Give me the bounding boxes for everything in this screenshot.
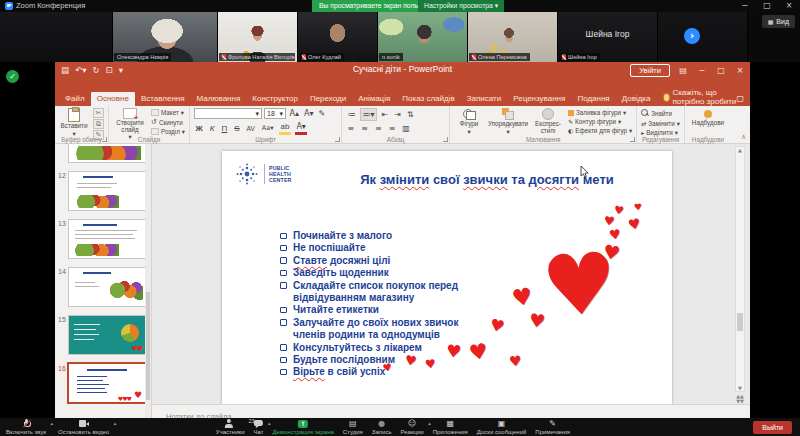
tab-transitions[interactable]: Переходи [304, 92, 352, 106]
notes-button[interactable]: ✎ Примечания [535, 419, 570, 435]
participant-tile[interactable]: n.sonik [378, 12, 468, 62]
tab-animations[interactable]: Анімація [352, 92, 396, 106]
tab-help[interactable]: Довідка [616, 92, 657, 106]
share-icon[interactable]: ▢ [736, 94, 744, 103]
slide-thumbnail-11[interactable] [68, 144, 146, 163]
change-case-icon[interactable]: Aa▾ [260, 123, 275, 134]
unmute-button[interactable]: Включить звук ▴ [6, 419, 46, 435]
participant-tile[interactable]: Олександра Нємрія [113, 12, 218, 62]
grow-font-icon[interactable]: A▴ [288, 108, 301, 119]
apps-button[interactable]: ▦ Приложения [433, 419, 468, 435]
participants-button[interactable]: 23 Участники ▴ [216, 419, 245, 435]
tab-file[interactable]: Файл [59, 92, 91, 106]
replace-button[interactable]: ⇄Замінити▾ [641, 120, 680, 127]
ribbon-display-options-icon[interactable]: ▤ [677, 66, 689, 75]
strikethrough-button[interactable]: S [233, 123, 241, 134]
tab-insert[interactable]: Вставлення [135, 92, 191, 106]
paragraph-dialog-launcher[interactable] [443, 137, 448, 142]
increase-indent-icon[interactable]: ⇥ [393, 109, 403, 120]
clear-formatting-icon[interactable]: ✎ [317, 108, 327, 119]
collapse-ribbon-icon[interactable]: ∧ [741, 133, 746, 141]
font-size-combobox[interactable]: 18▾ [264, 108, 286, 119]
close-button[interactable]: × [778, 0, 800, 12]
align-right-icon[interactable]: ≡ [373, 123, 383, 134]
mic-options-caret[interactable]: ▴ [51, 420, 54, 426]
line-spacing-icon[interactable]: ⇅ [405, 109, 415, 120]
reactions-button[interactable]: ☺ Реакции ▴ [401, 419, 424, 435]
slide-scrollbar[interactable]: ▲ ▼ [735, 146, 745, 392]
bold-button[interactable]: Ж [194, 123, 204, 134]
slide-thumbnail-14[interactable] [68, 267, 146, 307]
participant-tile[interactable]: Олена Переможна [468, 12, 558, 62]
chat-caret[interactable]: ▴ [268, 420, 271, 426]
decrease-indent-icon[interactable]: ⇤ [380, 109, 390, 120]
whiteboards-button[interactable]: ▣ Доски сообщений [477, 419, 527, 435]
columns-icon[interactable]: ▥ [401, 123, 412, 134]
shape-fill-button[interactable]: Заливка фігури▾ [568, 109, 632, 116]
next-participants-button[interactable]: › [684, 28, 700, 44]
select-button[interactable]: ▸Виділити▾ [641, 129, 680, 136]
tab-design[interactable]: Конструктор [246, 92, 304, 106]
clipboard-dialog-launcher[interactable] [102, 137, 107, 142]
shape-effects-button[interactable]: ◐Ефекти для фігур▾ [568, 127, 632, 134]
scroll-up-icon[interactable]: ▲ [736, 147, 744, 153]
leave-button[interactable]: Выйти [753, 421, 792, 434]
share-screen-button[interactable]: ↑ Демонстрация экрана [272, 419, 333, 435]
section-button[interactable]: Розділ▾ [151, 128, 185, 135]
align-left-icon[interactable]: ≡ [346, 123, 356, 134]
cut-icon[interactable]: ✂ [93, 108, 104, 118]
participant-tile[interactable] [0, 12, 113, 62]
find-button[interactable]: Знайти [641, 109, 680, 117]
underline-button[interactable]: П [220, 123, 229, 134]
justify-icon[interactable]: ≡ [387, 123, 397, 134]
ppt-restore-button[interactable]: □ [715, 66, 727, 75]
participant-tile[interactable]: Олег Кудлай [298, 12, 378, 62]
font-color-icon[interactable]: A▾ [295, 121, 308, 135]
tab-view[interactable]: Подання [571, 92, 615, 106]
shrink-font-icon[interactable]: A▾ [303, 108, 316, 119]
ppt-close-button[interactable]: × [734, 66, 746, 75]
participant-tile[interactable]: Шейна Ігор Шейна Ігор [558, 12, 658, 62]
reset-button[interactable]: ↺Скинути [151, 118, 185, 126]
copy-icon[interactable]: ⧉ [93, 119, 104, 129]
studio-button[interactable]: ▤ Студия [343, 419, 363, 435]
stop-video-button[interactable]: Остановить видео ▴ [58, 419, 109, 435]
font-dialog-launcher[interactable] [335, 137, 340, 142]
tab-record[interactable]: Записати [461, 92, 508, 106]
sign-in-button[interactable]: Увійти [630, 64, 670, 77]
numbering-icon[interactable]: ≕▾ [360, 108, 377, 121]
font-name-combobox[interactable]: ▾ [194, 108, 262, 119]
participant-tile[interactable]: Фролова Наталія Вікторівна [218, 12, 298, 62]
drawing-dialog-launcher[interactable] [630, 137, 635, 142]
maximize-button[interactable]: □ [756, 0, 778, 12]
reactions-caret[interactable]: ▴ [428, 420, 431, 426]
chat-button[interactable]: Чат ▴ [254, 419, 264, 435]
shapes-button[interactable]: Фігури ▾ [454, 108, 484, 135]
slide-thumbnail-16[interactable]: ♥ ♥♥♥ [67, 362, 147, 404]
scroll-down-icon[interactable]: ▼ [736, 385, 744, 391]
thumbnail-scrollbar[interactable] [145, 144, 151, 418]
layout-button[interactable]: Макет▾ [151, 109, 185, 116]
align-center-icon[interactable]: ≡ [360, 123, 370, 134]
view-settings-dropdown[interactable]: Настройки просмотра ▾ [418, 0, 504, 12]
slide[interactable]: PUBLIC HEALTH CENTER Як змінити свої зви… [222, 151, 672, 404]
slide-thumbnail-12[interactable] [68, 171, 146, 211]
highlight-color-icon[interactable]: ab [279, 121, 291, 135]
ppt-minimize-button[interactable]: ─ [696, 66, 708, 75]
slide-thumbnail-15[interactable]: ♥♥ [68, 315, 146, 355]
slide-thumbnail-13[interactable] [68, 219, 146, 259]
italic-button[interactable]: К [208, 123, 216, 134]
addins-button[interactable]: Надбудови [689, 108, 727, 127]
video-options-caret[interactable]: ▴ [114, 420, 117, 426]
notes-panel[interactable]: Нотатки до слайда [152, 404, 750, 418]
paste-button[interactable]: Вставити ▾ [59, 108, 89, 137]
tab-draw[interactable]: Малювання [191, 92, 247, 106]
view-button[interactable]: ▦ Вид [762, 15, 795, 28]
record-button[interactable]: ● Запись [372, 419, 392, 435]
participant-tile[interactable] [658, 12, 748, 62]
shape-outline-button[interactable]: ✎Контур фігури▾ [568, 118, 632, 125]
minimize-button[interactable]: ─ [734, 0, 756, 12]
tab-slideshow[interactable]: Показ слайдів [396, 92, 460, 106]
tab-review[interactable]: Рецензування [507, 92, 571, 106]
bullets-icon[interactable]: ≔ [346, 109, 357, 120]
